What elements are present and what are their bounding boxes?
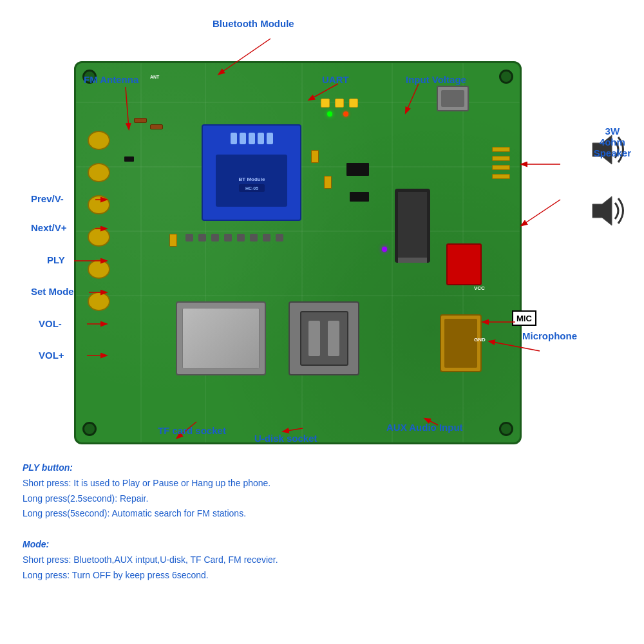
led-red: [343, 111, 348, 117]
mount-hole-br: [499, 422, 513, 436]
microphone-label: Microphone: [522, 330, 577, 341]
speaker-icon-2: [589, 193, 631, 231]
uart-pad-rx: [321, 99, 330, 108]
uart-pads: [321, 99, 358, 108]
resistor-1: [134, 118, 147, 123]
small-components-row: [185, 234, 283, 242]
button-set-mode[interactable]: [88, 227, 110, 247]
mode-short-press: Short press: Bluetooth,AUX intput,U-disk…: [23, 554, 278, 565]
led-indicator: [382, 247, 387, 252]
ply-short-press: Short press: It is used to Play or Pause…: [23, 478, 270, 488]
ply-long-press-2: Long press(5second): Automatic search fo…: [23, 508, 246, 518]
button-vol-minus[interactable]: [88, 260, 110, 279]
svg-text:BT Module: BT Module: [238, 176, 265, 182]
vol-plus-label: VOL+: [39, 350, 64, 361]
button-next[interactable]: [88, 163, 110, 182]
ply-label: PLY: [47, 254, 65, 265]
ply-long-press-1: Long press(2.5second): Repair.: [23, 493, 148, 504]
ic-1: [346, 163, 369, 176]
uart-label: UART: [322, 74, 349, 85]
resistor-2: [150, 124, 163, 129]
pcb-board: BT Module HC-05: [74, 61, 522, 444]
speaker-line1: 3W: [594, 126, 631, 137]
bluetooth-module: BT Module HC-05: [202, 124, 301, 221]
ant-label: ANT: [150, 75, 159, 79]
aux-connector[interactable]: [440, 314, 482, 372]
speaker-pads: [492, 147, 510, 179]
gnd-label: GND: [474, 337, 486, 343]
tf-card-label: TF card socket: [158, 425, 226, 436]
main-container: BT Module HC-05: [0, 0, 644, 644]
mode-title: Mode:: [23, 539, 49, 549]
mount-hole-tr: [499, 70, 513, 84]
svg-text:HC-05: HC-05: [245, 186, 258, 191]
aux-audio-label: AUX Audio Input: [386, 422, 463, 433]
bt-chip-label: BT Module HC-05: [216, 155, 287, 207]
capacitor-3: [169, 234, 177, 247]
button-ply[interactable]: [88, 195, 110, 214]
micro-usb-port: [437, 86, 469, 111]
uart-pad-gnd: [349, 99, 358, 108]
speaker-label: 3W 4ohm Speaker: [594, 126, 631, 158]
vol-minus-label: VOL-: [39, 318, 62, 329]
speaker-line2: 4ohm: [594, 137, 631, 147]
sd-card-slot[interactable]: [176, 301, 266, 375]
ply-button-section: PLY button: Short press: It is used to P…: [23, 460, 278, 522]
u-disk-label: U-disk socket: [254, 433, 317, 444]
amplifier-chip: [395, 189, 430, 263]
mode-long-press: Long press: Turn OFF by keep press 6seco…: [23, 570, 209, 580]
mode-section: Mode: Short press: Bluetooth,AUX intput,…: [23, 537, 278, 583]
svg-line-16: [522, 200, 560, 225]
button-vol-plus[interactable]: [88, 292, 110, 311]
svg-marker-4: [592, 196, 612, 225]
speaker-line3: Speaker: [594, 147, 631, 158]
fm-antenna-label: FM Antenna: [84, 74, 138, 85]
button-prev[interactable]: [88, 131, 110, 150]
vcc-label: VCC: [474, 285, 485, 291]
input-voltage-label: Input Voltage: [406, 74, 466, 85]
capacitor-1: [311, 150, 319, 163]
next-vplus-label: Next/V+: [31, 222, 66, 233]
ic-3: [124, 156, 134, 162]
mic-label-box: MIC: [512, 310, 536, 326]
mic-component: [446, 243, 482, 285]
set-mode-label: Set Mode: [31, 286, 74, 297]
ply-button-title: PLY button:: [23, 462, 73, 473]
uart-pad-tx: [335, 99, 344, 108]
bluetooth-module-label: Bluetooth Module: [213, 18, 294, 29]
mic-label-text: MIC: [516, 314, 532, 323]
led-green: [327, 111, 332, 117]
description-area: PLY button: Short press: It is used to P…: [23, 460, 278, 583]
capacitor-2: [324, 176, 332, 189]
prev-vminus-label: Prev/V-: [31, 193, 64, 204]
ic-2: [350, 192, 369, 202]
mount-hole-bl: [82, 422, 97, 436]
usb-socket[interactable]: [289, 301, 359, 375]
